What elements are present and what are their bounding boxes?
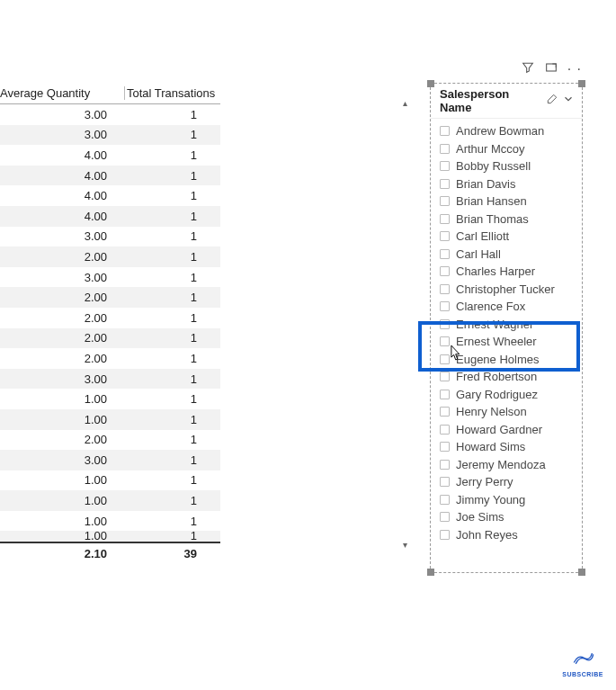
slicer-item[interactable]: Bobby Russell bbox=[440, 157, 582, 175]
slicer-item[interactable]: Ernest Wheeler bbox=[440, 333, 582, 351]
scrollbar[interactable]: ▴ ▾ bbox=[398, 97, 411, 551]
table-row[interactable]: 1.001 bbox=[0, 470, 220, 491]
checkbox[interactable] bbox=[440, 372, 450, 381]
resize-handle[interactable] bbox=[427, 80, 434, 87]
cell-avg-qty: 4.00 bbox=[0, 210, 114, 223]
slicer-item[interactable]: Joe Sims bbox=[440, 508, 582, 526]
cell-total-trans: 1 bbox=[114, 250, 202, 264]
table-row[interactable]: 3.001 bbox=[0, 267, 220, 288]
slicer-item[interactable]: Howard Sims bbox=[440, 438, 582, 456]
checkbox[interactable] bbox=[440, 231, 450, 241]
cell-avg-qty: 4.00 bbox=[0, 169, 114, 183]
cell-avg-qty: 1.00 bbox=[0, 413, 114, 426]
table-row[interactable]: 1.001 bbox=[0, 511, 220, 532]
checkbox[interactable] bbox=[440, 214, 450, 224]
checkbox[interactable] bbox=[440, 530, 450, 540]
cell-avg-qty: 3.00 bbox=[0, 108, 114, 121]
table-row[interactable]: 2.001 bbox=[0, 348, 220, 369]
cell-avg-qty: 2.00 bbox=[0, 331, 114, 345]
slicer-item[interactable]: Christopher Tucker bbox=[440, 281, 582, 299]
checkbox[interactable] bbox=[440, 284, 450, 294]
checkbox[interactable] bbox=[440, 495, 450, 505]
checkbox[interactable] bbox=[440, 390, 450, 399]
slicer-item[interactable]: John Reyes bbox=[440, 526, 582, 544]
checkbox[interactable] bbox=[440, 161, 450, 171]
filter-icon[interactable] bbox=[521, 60, 535, 78]
column-header-avg-qty[interactable]: Average Quantity bbox=[0, 86, 124, 100]
checkbox[interactable] bbox=[440, 249, 450, 259]
checkbox[interactable] bbox=[440, 144, 450, 154]
slicer-item[interactable]: Andrew Bowman bbox=[440, 122, 582, 140]
slicer-item[interactable]: Howard Gardner bbox=[440, 421, 582, 439]
checkbox[interactable] bbox=[440, 425, 450, 435]
slicer-item[interactable]: Ernest Wagner bbox=[440, 316, 582, 334]
subscribe-badge[interactable]: SUBSCRIBE bbox=[562, 650, 603, 677]
slicer-item[interactable]: Eugene Holmes bbox=[440, 351, 582, 369]
scroll-up-icon[interactable]: ▴ bbox=[398, 97, 411, 110]
table-row[interactable]: 4.001 bbox=[0, 206, 220, 227]
more-options-icon[interactable]: · · bbox=[567, 61, 582, 77]
table-row[interactable]: 3.001 bbox=[0, 125, 220, 146]
checkbox[interactable] bbox=[440, 126, 450, 136]
subscribe-label: SUBSCRIBE bbox=[562, 671, 603, 677]
table-row[interactable]: 4.001 bbox=[0, 185, 220, 206]
checkbox[interactable] bbox=[440, 196, 450, 206]
slicer-item[interactable]: Fred Robertson bbox=[440, 368, 582, 386]
checkbox[interactable] bbox=[440, 336, 450, 346]
table-row[interactable]: 3.001 bbox=[0, 227, 220, 247]
slicer-item[interactable]: Henry Nelson bbox=[440, 403, 582, 421]
slicer-item[interactable]: Arthur Mccoy bbox=[440, 140, 582, 158]
slicer-item[interactable]: Jimmy Young bbox=[440, 491, 582, 509]
slicer-item[interactable]: Carl Hall bbox=[440, 246, 582, 264]
focus-mode-icon[interactable] bbox=[544, 60, 558, 78]
slicer-item[interactable]: Charles Harper bbox=[440, 263, 582, 281]
checkbox[interactable] bbox=[440, 266, 450, 276]
checkbox[interactable] bbox=[440, 442, 450, 452]
cell-total-trans: 1 bbox=[114, 108, 202, 121]
table-row[interactable]: 3.001 bbox=[0, 369, 220, 390]
table-row[interactable]: 4.001 bbox=[0, 145, 220, 166]
table-row[interactable]: 4.001 bbox=[0, 166, 220, 186]
table-row[interactable]: 3.001 bbox=[0, 104, 220, 125]
table-row[interactable]: 2.001 bbox=[0, 246, 220, 267]
column-header-total-trans[interactable]: Total Transations bbox=[124, 86, 220, 100]
cell-total-trans: 1 bbox=[114, 210, 202, 223]
cell-avg-qty: 1.00 bbox=[0, 392, 114, 406]
slicer-item[interactable]: Brian Hansen bbox=[440, 193, 582, 211]
table-row[interactable]: 2.001 bbox=[0, 328, 220, 349]
cell-avg-qty: 3.00 bbox=[0, 229, 114, 243]
checkbox[interactable] bbox=[440, 179, 450, 189]
table-row[interactable]: 2.001 bbox=[0, 308, 220, 328]
checkbox[interactable] bbox=[440, 460, 450, 470]
cell-avg-qty: 1.00 bbox=[0, 531, 114, 542]
checkbox[interactable] bbox=[440, 319, 450, 329]
eraser-icon[interactable] bbox=[546, 93, 558, 109]
slicer-item[interactable]: Jerry Perry bbox=[440, 473, 582, 491]
table-body: 3.0013.0014.0014.0014.0014.0013.0012.001… bbox=[0, 104, 220, 542]
slicer-item[interactable]: Brian Thomas bbox=[440, 211, 582, 229]
table-row[interactable]: 3.001 bbox=[0, 450, 220, 470]
slicer-panel[interactable]: · · Salesperson Name Andrew BowmanArthur… bbox=[430, 83, 583, 573]
slicer-item-label: Clarence Fox bbox=[456, 300, 525, 313]
table-row[interactable]: 1.001 bbox=[0, 389, 220, 409]
slicer-item-label: Henry Nelson bbox=[456, 405, 527, 418]
table-row[interactable]: 1.001 bbox=[0, 409, 220, 430]
checkbox[interactable] bbox=[440, 477, 450, 487]
table-row[interactable]: 2.001 bbox=[0, 430, 220, 451]
slicer-item[interactable]: Carl Elliott bbox=[440, 228, 582, 246]
slicer-item[interactable]: Brian Davis bbox=[440, 175, 582, 193]
checkbox[interactable] bbox=[440, 354, 450, 364]
slicer-item[interactable]: Gary Rodriguez bbox=[440, 386, 582, 404]
cell-total-trans: 1 bbox=[114, 169, 202, 183]
table-row[interactable]: 2.001 bbox=[0, 287, 220, 308]
scroll-down-icon[interactable]: ▾ bbox=[398, 539, 411, 551]
resize-handle[interactable] bbox=[578, 80, 585, 87]
chevron-down-icon[interactable] bbox=[562, 93, 575, 109]
table-row[interactable]: 1.001 bbox=[0, 531, 220, 542]
checkbox[interactable] bbox=[440, 512, 450, 522]
slicer-item[interactable]: Jeremy Mendoza bbox=[440, 456, 582, 474]
checkbox[interactable] bbox=[440, 407, 450, 417]
table-row[interactable]: 1.001 bbox=[0, 490, 220, 511]
slicer-item[interactable]: Clarence Fox bbox=[440, 298, 582, 316]
checkbox[interactable] bbox=[440, 301, 450, 311]
